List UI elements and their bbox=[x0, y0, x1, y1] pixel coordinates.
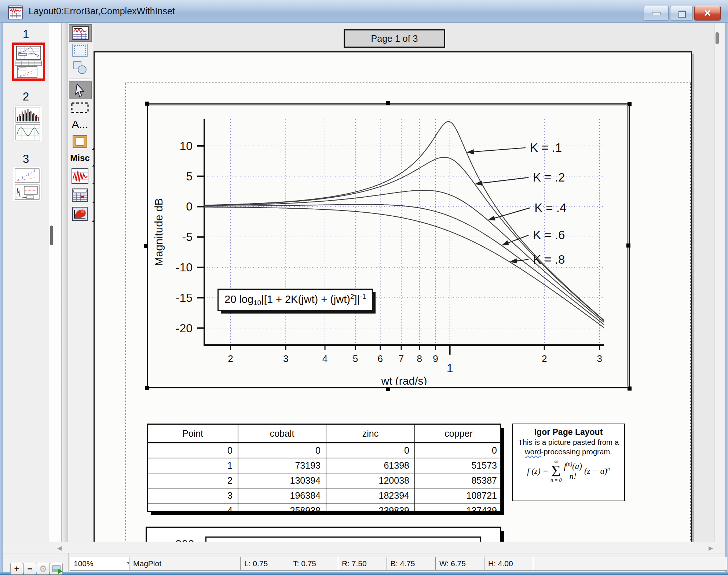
svg-text:-20: -20 bbox=[176, 322, 193, 335]
textbox-line-1: This is a picture pasted from a bbox=[513, 438, 624, 447]
magnitude-chart: 1050-5-10-15-2023456789231K = .1K = .2K … bbox=[149, 106, 627, 385]
marquee-icon bbox=[71, 102, 89, 113]
selection-handle-bottom-left[interactable] bbox=[145, 386, 149, 390]
table-cell: 182394 bbox=[326, 488, 415, 503]
page-indicator-label: Page 1 of 3 bbox=[371, 33, 418, 44]
svg-text:wt (rad/s): wt (rad/s) bbox=[381, 375, 427, 385]
title-bar[interactable]: Layout0:ErrorBar,ComplexWithInset ✕ bbox=[0, 0, 728, 23]
minus-icon: − bbox=[27, 564, 32, 574]
table-cell: 0 bbox=[148, 443, 238, 458]
svg-text:2: 2 bbox=[542, 353, 547, 364]
page-3-thumbnail[interactable] bbox=[13, 167, 41, 201]
selection-handle-bottom-middle[interactable] bbox=[386, 387, 390, 391]
tool-operate[interactable] bbox=[69, 24, 92, 42]
page-indicator-button[interactable]: Page 1 of 3 bbox=[344, 29, 445, 48]
table-row: 1731936139851573 bbox=[148, 458, 501, 473]
table-cell: 108721 bbox=[415, 488, 501, 503]
selected-object-name: MagPlot bbox=[129, 557, 246, 571]
vertical-scrollbar[interactable] bbox=[714, 23, 722, 542]
page-settings-button[interactable]: ⚙ bbox=[37, 563, 50, 575]
minimize-button[interactable] bbox=[644, 6, 669, 21]
graph-object-magplot[interactable]: 1050-5-10-15-2023456789231K = .1K = .2K … bbox=[147, 103, 630, 388]
window-border-left bbox=[0, 23, 3, 575]
window-border-right bbox=[725, 23, 728, 575]
svg-text:8: 8 bbox=[417, 353, 422, 364]
selection-handle-middle-right[interactable] bbox=[626, 243, 630, 248]
textbox-title: Igor Page Layout bbox=[513, 427, 624, 437]
tool-drawing[interactable] bbox=[69, 59, 91, 76]
textbox-line-2-rest: -processing program. bbox=[541, 447, 612, 456]
page-1-label: 1 bbox=[3, 28, 49, 41]
tool-marquee[interactable] bbox=[69, 101, 91, 114]
zoom-select[interactable]: 100% bbox=[70, 557, 135, 571]
svg-text:9: 9 bbox=[433, 353, 438, 364]
scroll-left-icon[interactable]: ◂ bbox=[57, 542, 62, 553]
graph-plot-area: 1050-5-10-15-2023456789231K = .1K = .2K … bbox=[149, 106, 628, 386]
table-cell: 130394 bbox=[238, 473, 326, 488]
svg-text:3: 3 bbox=[597, 353, 602, 364]
coordinate-field: R: 7.50 bbox=[338, 557, 393, 571]
picture-icon bbox=[52, 565, 61, 572]
coordinate-field: W: 6.75 bbox=[435, 557, 490, 571]
statusbar-divider bbox=[68, 553, 69, 572]
horizontal-scrollbar[interactable]: ◂ ▸ bbox=[55, 542, 715, 553]
svg-text:4: 4 bbox=[322, 353, 328, 364]
panel-splitter[interactable] bbox=[49, 23, 62, 553]
table-cell: 0 bbox=[415, 443, 501, 458]
clipped-graph-object[interactable]: 300 bbox=[146, 527, 501, 542]
layout-page[interactable]: 1050-5-10-15-2023456789231K = .1K = .2K … bbox=[94, 51, 692, 542]
layout-window-icon bbox=[8, 6, 23, 19]
restore-button[interactable] bbox=[670, 6, 693, 21]
table-object[interactable]: Pointcobaltzinccopper 000017319361398515… bbox=[147, 424, 501, 512]
splitter-handle[interactable] bbox=[50, 226, 53, 245]
svg-text:K = .4: K = .4 bbox=[534, 201, 566, 215]
table-cell: 3 bbox=[148, 488, 238, 503]
svg-text:3: 3 bbox=[283, 353, 288, 364]
export-graphics-button[interactable] bbox=[50, 563, 63, 575]
tool-add-image[interactable] bbox=[69, 205, 91, 222]
svg-text:-10: -10 bbox=[176, 261, 193, 274]
statusbar-empty-field bbox=[533, 557, 727, 571]
table-cell: 196384 bbox=[238, 488, 326, 503]
table-cell: 0 bbox=[326, 443, 415, 458]
tool-add-graph[interactable] bbox=[69, 167, 91, 185]
coordinate-field: B: 4.75 bbox=[387, 557, 442, 571]
vertical-scrollbar-thumb[interactable] bbox=[716, 32, 719, 44]
remove-page-button[interactable]: − bbox=[23, 563, 36, 575]
selection-handle-middle-left[interactable] bbox=[144, 244, 148, 248]
formula-exponent: -1 bbox=[360, 293, 366, 300]
svg-text:10: 10 bbox=[179, 139, 193, 153]
tool-add-table[interactable] bbox=[69, 187, 91, 203]
page-2-thumbnail[interactable] bbox=[14, 106, 42, 142]
selection-handle-bottom-right[interactable] bbox=[628, 387, 632, 391]
scroll-right-icon[interactable]: ▸ bbox=[709, 542, 713, 553]
svg-text:-5: -5 bbox=[182, 230, 193, 243]
tool-frame[interactable] bbox=[69, 133, 91, 150]
selection-handle-top-left[interactable] bbox=[145, 102, 149, 106]
tool-text[interactable]: A... bbox=[69, 117, 91, 131]
selection-handle-top-middle[interactable] bbox=[386, 101, 390, 105]
svg-text:2: 2 bbox=[228, 353, 233, 364]
page-1-thumbnail[interactable] bbox=[12, 43, 45, 81]
layout-window: Layout0:ErrorBar,ComplexWithInset ✕ 1 bbox=[0, 0, 728, 575]
page-2-label: 2 bbox=[3, 90, 49, 103]
tool-page-margins[interactable] bbox=[69, 43, 91, 58]
tool-arrow-select[interactable] bbox=[69, 81, 92, 99]
summation-symbol: ∞ Σ n = 0 bbox=[550, 459, 561, 483]
layout-canvas[interactable]: Page 1 of 3 1050-5-10-15-2023456789231K … bbox=[94, 23, 714, 542]
svg-text:K = .1: K = .1 bbox=[530, 141, 562, 154]
table-cell: 137439 bbox=[415, 503, 501, 512]
table-header-row: Pointcobaltzinccopper bbox=[148, 425, 501, 443]
gear-icon: ⚙ bbox=[39, 564, 47, 574]
misc-tool-label: Misc bbox=[70, 153, 89, 163]
tool-misc[interactable]: Misc bbox=[69, 152, 91, 164]
graph-annotation-formula[interactable]: 20 log10|[1 + 2K(jwt) + (jwt)2]|-1 bbox=[217, 289, 373, 311]
clipped-axis-label: 300 bbox=[175, 538, 194, 542]
add-page-button[interactable]: + bbox=[10, 563, 23, 575]
close-button[interactable]: ✕ bbox=[694, 6, 721, 21]
plus-icon: + bbox=[14, 564, 19, 574]
layout-table: Pointcobaltzinccopper 000017319361398515… bbox=[148, 425, 501, 512]
igor-textbox-object[interactable]: Igor Page Layout This is a picture paste… bbox=[512, 424, 625, 501]
arrow-cursor-icon bbox=[74, 83, 87, 97]
selection-handle-top-right[interactable] bbox=[628, 102, 632, 106]
